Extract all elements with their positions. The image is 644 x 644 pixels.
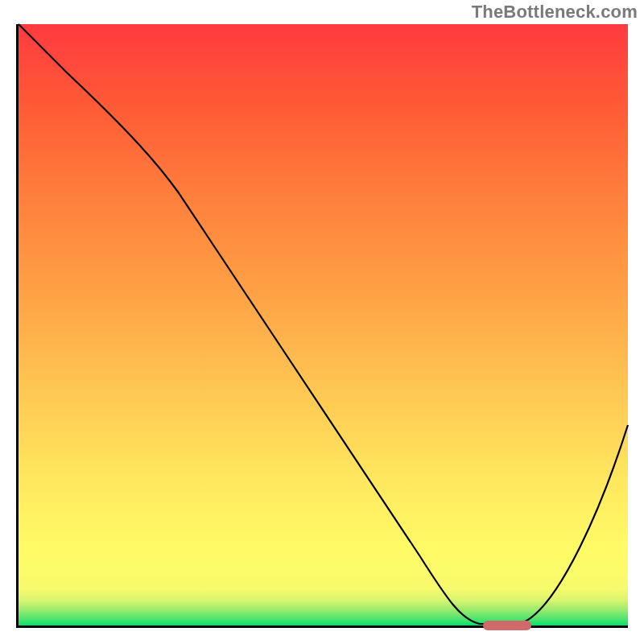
optimal-range-marker — [483, 621, 531, 630]
plot-area — [16, 24, 628, 628]
watermark-text: TheBottleneck.com — [472, 2, 638, 23]
bottleneck-curve — [19, 24, 628, 625]
chart-frame: TheBottleneck.com — [0, 0, 644, 644]
curve-path — [19, 24, 628, 624]
